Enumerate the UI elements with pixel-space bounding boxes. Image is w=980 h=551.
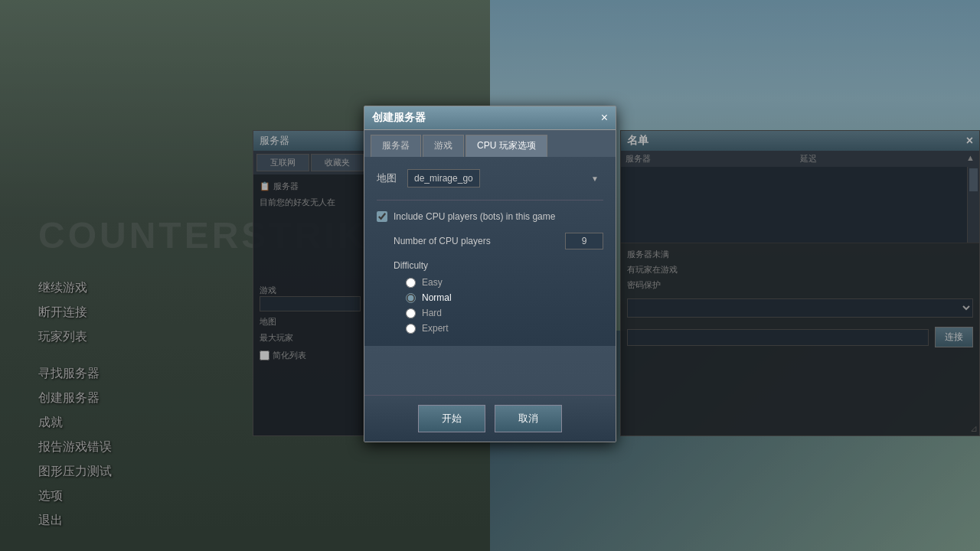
radio-expert-row: Expert: [406, 323, 603, 334]
radio-hard-row: Hard: [406, 308, 603, 318]
radio-normal[interactable]: [406, 293, 416, 303]
map-select-wrapper: de_mirage_go: [407, 169, 603, 187]
include-bots-checkbox[interactable]: [377, 211, 387, 222]
difficulty-section: Difficulty Easy Normal Hard Expert: [377, 260, 603, 334]
cpu-players-label: Number of CPU players: [394, 236, 557, 246]
radio-expert-label: Expert: [422, 323, 449, 334]
radio-easy[interactable]: [406, 278, 416, 288]
include-bots-label: Include CPU players (bots) in this game: [394, 211, 555, 222]
cpu-players-input[interactable]: [565, 233, 603, 249]
radio-group: Easy Normal Hard Expert: [394, 277, 603, 334]
dialog-tab-cpu[interactable]: CPU 玩家选项: [466, 135, 547, 157]
dialog-tab-game[interactable]: 游戏: [423, 135, 464, 157]
map-label: 地图: [377, 171, 400, 185]
radio-normal-label: Normal: [422, 292, 452, 303]
radio-normal-row: Normal: [406, 292, 603, 303]
radio-easy-row: Easy: [406, 277, 603, 288]
radio-hard-label: Hard: [422, 308, 442, 318]
radio-hard[interactable]: [406, 308, 416, 318]
radio-easy-label: Easy: [422, 277, 443, 288]
start-button[interactable]: 开始: [418, 405, 485, 432]
divider: [377, 200, 603, 201]
dialog-tab-server[interactable]: 服务器: [371, 135, 421, 157]
cpu-players-row: Number of CPU players: [377, 233, 603, 249]
create-server-dialog: 创建服务器 × 服务器 游戏 CPU 玩家选项 地图 de_mirage_go …: [364, 106, 616, 442]
dialog-buttons: 开始 取消: [364, 395, 616, 442]
dialog-tabs: 服务器 游戏 CPU 玩家选项: [364, 130, 616, 157]
map-select[interactable]: de_mirage_go: [407, 169, 480, 187]
dialog-body: 地图 de_mirage_go Include CPU players (bot…: [364, 157, 616, 346]
dialog-title: 创建服务器: [372, 111, 426, 125]
radio-expert[interactable]: [406, 324, 416, 334]
dialog-titlebar: 创建服务器 ×: [364, 106, 616, 130]
dialog-close-button[interactable]: ×: [601, 112, 608, 124]
difficulty-label: Difficulty: [394, 260, 603, 271]
cancel-button[interactable]: 取消: [495, 405, 562, 432]
map-row: 地图 de_mirage_go: [377, 169, 603, 187]
include-bots-row: Include CPU players (bots) in this game: [377, 211, 603, 222]
